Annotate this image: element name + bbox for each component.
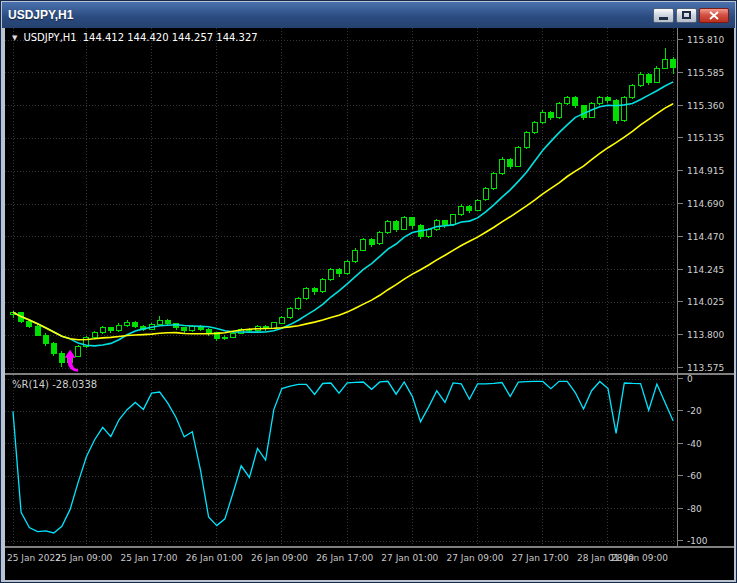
price-axis-label: 113.575	[687, 363, 724, 373]
candles-group	[11, 48, 676, 367]
slow-ma-line	[13, 104, 673, 340]
time-axis-label: 26 Jan 09:00	[251, 553, 308, 563]
price-axis-label: 115.585	[687, 68, 724, 78]
indicator-axis-label: -40	[687, 439, 702, 449]
indicator-axis-label: -100	[687, 536, 707, 546]
time-axis-label: 27 Jan 17:00	[512, 553, 569, 563]
minimize-button[interactable]	[653, 8, 674, 23]
indicator-axis-label: 0	[687, 374, 693, 384]
window-title: USDJPY,H1	[8, 8, 73, 22]
maximize-button[interactable]	[676, 8, 697, 23]
indicator-axis-label: -20	[687, 406, 702, 416]
price-axis-divider	[677, 28, 678, 548]
chart-area: ▼ USDJPY,H1 144.412 144.420 144.257 144.…	[5, 28, 734, 580]
ohlc-values: 144.412 144.420 144.257 144.327	[83, 32, 258, 43]
time-axis-label: 26 Jan 17:00	[316, 553, 373, 563]
indicator-label: %R(14) -28.0338	[12, 379, 97, 390]
symbol-label: USDJPY,H1	[23, 32, 76, 43]
price-axis-label: 114.915	[687, 166, 724, 176]
time-axis-label: 28 Jan 09:00	[611, 553, 668, 563]
maximize-icon	[682, 11, 691, 19]
time-axis-label: 26 Jan 01:00	[186, 553, 243, 563]
price-axis-label: 115.360	[687, 101, 724, 111]
williams-r-plot[interactable]	[5, 375, 677, 546]
time-axis-label: 27 Jan 09:00	[447, 553, 504, 563]
fast-ma-line	[13, 82, 673, 346]
time-axis-label: 25 Jan 09:00	[55, 553, 112, 563]
indicator-axis-label: -80	[687, 504, 702, 514]
close-icon	[709, 11, 719, 20]
indicator-axis-label: -60	[687, 471, 702, 481]
price-axis-label: 114.470	[687, 232, 724, 242]
ohlc-readout: ▼ USDJPY,H1 144.412 144.420 144.257 144.…	[12, 32, 258, 43]
main-grid	[5, 28, 677, 373]
minimize-icon	[659, 17, 668, 20]
price-axis-label: 113.800	[687, 330, 724, 340]
window-controls	[653, 8, 729, 23]
time-axis-label: 25 Jan 17:00	[121, 553, 178, 563]
price-axis-label: 114.245	[687, 265, 724, 275]
chart-window: USDJPY,H1 ▼ USDJPY,H1 144.412 144.420 14…	[0, 0, 737, 583]
time-axis-label: 27 Jan 01:00	[381, 553, 438, 563]
price-axis-label: 114.690	[687, 199, 724, 209]
price-axis[interactable]: 115.810115.585115.360115.135114.915114.6…	[679, 28, 734, 373]
price-axis-label: 115.810	[687, 35, 724, 45]
candlestick-plot[interactable]	[5, 28, 677, 373]
one-click-trading-arrow-icon[interactable]: ▼	[12, 33, 17, 43]
williams-r-line	[13, 381, 673, 533]
indicator-axis[interactable]: 0-20-40-60-80-100	[679, 375, 734, 546]
title-bar[interactable]: USDJPY,H1	[2, 2, 735, 28]
time-axis-label: 25 Jan 2022	[7, 553, 61, 563]
price-axis-label: 115.135	[687, 133, 724, 143]
close-button[interactable]	[699, 8, 729, 23]
indicator-grid	[5, 375, 677, 546]
price-axis-label: 114.025	[687, 297, 724, 307]
time-axis[interactable]: 25 Jan 202225 Jan 09:0025 Jan 17:0026 Ja…	[5, 548, 734, 580]
